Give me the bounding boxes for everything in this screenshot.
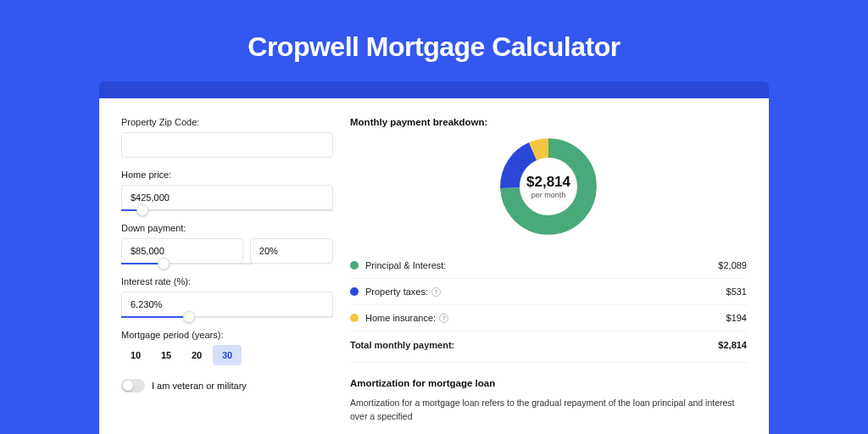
veteran-label: I am veteran or military — [152, 381, 247, 391]
donut-sub: per month — [531, 191, 566, 199]
home-price-slider[interactable] — [121, 209, 333, 211]
veteran-toggle[interactable] — [121, 379, 145, 392]
period-field: Mortgage period (years): 10 15 20 30 — [121, 330, 333, 365]
donut-amount: $2,814 — [526, 174, 570, 191]
zip-input[interactable] — [121, 132, 333, 158]
down-payment-slider-thumb[interactable] — [158, 258, 170, 270]
donut-chart: $2,814 per month — [498, 136, 599, 237]
inputs-column: Property Zip Code: Home price: Down paym… — [121, 117, 333, 434]
legend-label-taxes: Property taxes: ? — [365, 287, 726, 297]
down-payment-slider[interactable] — [121, 263, 253, 264]
period-btn-30[interactable]: 30 — [213, 345, 242, 365]
breakdown-title: Monthly payment breakdown: — [350, 117, 747, 127]
zip-field: Property Zip Code: — [121, 117, 333, 158]
legend-row-taxes: Property taxes: ? $531 — [350, 279, 747, 305]
interest-rate-slider[interactable] — [121, 316, 333, 318]
legend-label-insurance: Home insurance: ? — [365, 313, 726, 323]
donut-center: $2,814 per month — [498, 136, 599, 237]
legend-value-principal: $2,089 — [718, 260, 747, 270]
legend-label-principal-text: Principal & Interest: — [365, 260, 446, 270]
total-label: Total monthly payment: — [350, 340, 718, 350]
interest-rate-slider-fill — [121, 316, 189, 318]
legend-dot-taxes — [350, 287, 359, 296]
zip-label: Property Zip Code: — [121, 117, 333, 127]
breakdown-column: Monthly payment breakdown: $2,814 per mo… — [333, 117, 747, 434]
info-icon[interactable]: ? — [431, 287, 441, 297]
page-title: Cropwell Mortgage Calculator — [0, 0, 868, 81]
interest-rate-input[interactable] — [121, 292, 333, 317]
legend-label-taxes-text: Property taxes: — [365, 287, 428, 297]
veteran-row: I am veteran or military — [121, 379, 333, 392]
legend-label-insurance-text: Home insurance: — [365, 313, 436, 323]
legend-dot-insurance — [350, 314, 359, 322]
period-btn-20[interactable]: 20 — [182, 345, 211, 365]
down-payment-field: Down payment: — [121, 223, 333, 264]
period-btn-15[interactable]: 15 — [152, 345, 181, 365]
legend-row-insurance: Home insurance: ? $194 — [350, 305, 747, 331]
interest-rate-slider-thumb[interactable] — [183, 311, 195, 323]
info-icon[interactable]: ? — [439, 314, 448, 323]
interest-rate-label: Interest rate (%): — [121, 276, 333, 287]
amortization-text: Amortization for a mortgage loan refers … — [350, 397, 747, 424]
amortization-title: Amortization for mortgage loan — [350, 378, 747, 388]
home-price-label: Home price: — [121, 170, 333, 180]
down-payment-label: Down payment: — [121, 223, 333, 233]
veteran-toggle-knob — [123, 381, 133, 391]
amortization-section: Amortization for mortgage loan Amortizat… — [350, 378, 747, 424]
calculator-card: Property Zip Code: Home price: Down paym… — [99, 98, 769, 434]
period-buttons: 10 15 20 30 — [121, 345, 333, 365]
legend-label-principal: Principal & Interest: — [365, 260, 718, 270]
legend-value-insurance: $194 — [726, 313, 747, 323]
card-top-accent — [99, 81, 769, 98]
period-btn-10[interactable]: 10 — [121, 345, 150, 365]
home-price-field: Home price: — [121, 170, 333, 211]
legend-dot-principal — [350, 261, 359, 270]
down-payment-amount-input[interactable] — [121, 238, 243, 264]
total-value: $2,814 — [718, 340, 747, 350]
legend-row-principal: Principal & Interest: $2,089 — [350, 253, 747, 279]
legend-value-taxes: $531 — [726, 287, 747, 297]
total-row: Total monthly payment: $2,814 — [350, 331, 747, 363]
donut-chart-wrap: $2,814 per month — [350, 136, 747, 237]
period-label: Mortgage period (years): — [121, 330, 333, 340]
down-payment-percent-input[interactable] — [250, 238, 333, 264]
home-price-slider-thumb[interactable] — [136, 204, 148, 216]
home-price-input[interactable] — [121, 185, 333, 210]
interest-rate-field: Interest rate (%): — [121, 276, 333, 318]
